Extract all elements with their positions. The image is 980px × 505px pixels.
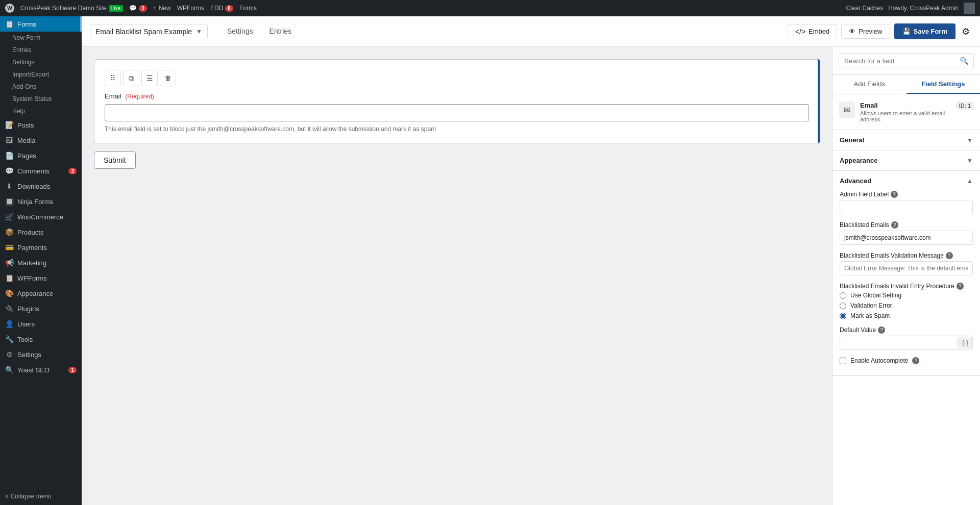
collapse-menu[interactable]: « Collapse menu bbox=[0, 488, 82, 505]
appearance-accordion: Appearance ▼ bbox=[832, 150, 980, 171]
admin-field-label-input[interactable] bbox=[840, 200, 973, 214]
default-value-suffix-btn[interactable]: {-} bbox=[958, 337, 972, 348]
sidebar-item-comments[interactable]: 💬 Comments 3 bbox=[0, 163, 82, 179]
sidebar-item-marketing[interactable]: 📢 Marketing bbox=[0, 255, 82, 270]
radio-validation-error[interactable]: Validation Error bbox=[840, 302, 973, 309]
options-icon: ☰ bbox=[146, 74, 153, 82]
sidebar-sub-new-form[interactable]: New Form bbox=[0, 32, 82, 44]
sidebar-item-tools[interactable]: 🔧 Tools bbox=[0, 332, 82, 347]
sidebar-item-pages[interactable]: 📄 Pages bbox=[0, 148, 82, 163]
form-title-dropdown[interactable]: Email Blacklist Spam Example ▼ bbox=[90, 24, 208, 39]
marketing-label: Marketing bbox=[17, 259, 46, 267]
sidebar-item-forms[interactable]: 📋 Forms bbox=[0, 16, 82, 32]
field-options-button[interactable]: ☰ bbox=[141, 70, 158, 86]
sidebar-item-products[interactable]: 📦 Products bbox=[0, 224, 82, 240]
invalid-entry-help-icon[interactable]: ? bbox=[957, 283, 964, 290]
enable-autocomplete-help-icon[interactable]: ? bbox=[912, 357, 919, 364]
radio-mark-as-spam[interactable]: Mark as Spam bbox=[840, 312, 973, 319]
submit-button[interactable]: Submit bbox=[94, 152, 136, 169]
sidebar-item-yoast[interactable]: 🔍 Yoast SEO 1 bbox=[0, 362, 82, 377]
sidebar-item-payments[interactable]: 💳 Payments bbox=[0, 240, 82, 255]
tools-label: Tools bbox=[17, 336, 33, 343]
downloads-label: Downloads bbox=[17, 183, 50, 190]
field-id-badge: ID: 1 bbox=[956, 102, 974, 110]
tab-entries[interactable]: Entries bbox=[261, 23, 300, 40]
default-value-input[interactable] bbox=[840, 336, 958, 349]
default-value-help-icon[interactable]: ? bbox=[878, 326, 885, 334]
live-badge: Live bbox=[109, 5, 123, 12]
sidebar-item-plugins[interactable]: 🔌 Plugins bbox=[0, 301, 82, 316]
radio-mark-spam-input[interactable] bbox=[840, 313, 846, 319]
tab-add-fields[interactable]: Add Fields bbox=[832, 75, 906, 94]
form-canvas: ⠿ ⧉ ☰ 🗑 Email (Requi bbox=[82, 47, 832, 505]
tab-field-settings[interactable]: Field Settings bbox=[906, 75, 981, 94]
posts-label: Posts bbox=[17, 121, 34, 129]
site-name-item[interactable]: CrossPeak Software Demo Site Live bbox=[20, 5, 123, 12]
forms-item[interactable]: Forms bbox=[239, 5, 257, 12]
yoast-icon: 🔍 bbox=[5, 366, 13, 374]
sidebar-sub-settings[interactable]: Settings bbox=[0, 56, 82, 68]
blacklisted-emails-input[interactable] bbox=[840, 231, 973, 245]
sidebar-item-media[interactable]: 🖼 Media bbox=[0, 133, 82, 148]
new-item[interactable]: + New bbox=[153, 5, 171, 12]
sidebar-item-users[interactable]: 👤 Users bbox=[0, 316, 82, 332]
yoast-badge: 1 bbox=[68, 367, 77, 373]
advanced-label: Advanced bbox=[840, 177, 871, 185]
sidebar-item-posts[interactable]: 📝 Posts bbox=[0, 117, 82, 133]
site-name: CrossPeak Software Demo Site bbox=[20, 5, 107, 12]
comments-icon: 💬 bbox=[129, 5, 137, 12]
appearance-accordion-header[interactable]: Appearance ▼ bbox=[832, 150, 980, 170]
general-accordion-header[interactable]: General ▼ bbox=[832, 130, 980, 150]
sidebar-item-settings[interactable]: ⚙ Settings bbox=[0, 347, 82, 362]
blacklisted-emails-help-icon[interactable]: ? bbox=[891, 221, 898, 229]
sidebar-item-wpforms[interactable]: 📋 WPForms bbox=[0, 270, 82, 286]
field-info-box: ✉ Email Allows users to enter a valid em… bbox=[832, 94, 980, 130]
drag-handle-button[interactable]: ⠿ bbox=[105, 70, 121, 86]
clear-caches-link[interactable]: Clear Caches bbox=[846, 5, 883, 12]
sidebar-item-woocommerce[interactable]: 🛒 WooCommerce bbox=[0, 209, 82, 224]
wpforms-item[interactable]: WPForms bbox=[177, 5, 204, 12]
blacklisted-validation-help-icon[interactable]: ? bbox=[946, 252, 953, 259]
ninja-forms-label: Ninja Forms bbox=[17, 198, 53, 206]
tab-settings[interactable]: Settings bbox=[219, 23, 261, 40]
sidebar-sub-entries[interactable]: Entries bbox=[0, 44, 82, 56]
form-settings-gear-button[interactable]: ⚙ bbox=[960, 24, 972, 39]
enable-autocomplete-checkbox[interactable] bbox=[840, 358, 846, 364]
duplicate-field-button[interactable]: ⧉ bbox=[123, 70, 139, 86]
sidebar-item-ninja-forms[interactable]: 🔲 Ninja Forms bbox=[0, 194, 82, 209]
plugins-label: Plugins bbox=[17, 305, 39, 313]
radio-use-global-input[interactable] bbox=[840, 292, 846, 299]
advanced-accordion-header[interactable]: Advanced ▲ bbox=[832, 171, 980, 191]
sidebar-item-downloads[interactable]: ⬇ Downloads bbox=[0, 179, 82, 194]
sidebar-sub-add-ons[interactable]: Add-Ons bbox=[0, 81, 82, 93]
admin-field-help-icon[interactable]: ? bbox=[891, 191, 898, 198]
delete-field-button[interactable]: 🗑 bbox=[160, 70, 176, 86]
embed-button[interactable]: </> Embed bbox=[788, 24, 837, 39]
blacklisted-emails-group: Blacklisted Emails ? bbox=[840, 221, 973, 245]
sidebar-item-appearance[interactable]: 🎨 Appearance bbox=[0, 286, 82, 301]
wpforms-icon: 📋 bbox=[5, 274, 13, 282]
users-label: Users bbox=[17, 320, 35, 328]
form-editor-body: ⠿ ⧉ ☰ 🗑 Email (Requi bbox=[82, 47, 980, 505]
comments-count: 3 bbox=[139, 5, 147, 12]
woocommerce-label: WooCommerce bbox=[17, 213, 63, 221]
search-field-input[interactable] bbox=[844, 57, 960, 65]
radio-validation-error-input[interactable] bbox=[840, 302, 846, 309]
wp-logo-item[interactable]: W bbox=[5, 4, 14, 13]
trash-icon: 🗑 bbox=[164, 74, 172, 82]
blacklisted-validation-input[interactable] bbox=[840, 261, 973, 275]
radio-use-global[interactable]: Use Global Setting bbox=[840, 292, 973, 299]
plugins-icon: 🔌 bbox=[5, 305, 13, 313]
preview-button[interactable]: 👁 Preview bbox=[841, 24, 890, 39]
sidebar-sub-import-export[interactable]: Import/Export bbox=[0, 68, 82, 81]
email-field-input[interactable] bbox=[105, 104, 809, 121]
sidebar-sub-system-status[interactable]: System Status bbox=[0, 93, 82, 105]
default-value-label: Default Value ? bbox=[840, 326, 973, 334]
sidebar-sub-help[interactable]: Help bbox=[0, 105, 82, 117]
save-form-button[interactable]: 💾 Save Form bbox=[894, 23, 955, 39]
invalid-entry-group: Blacklisted Emails Invalid Entry Procedu… bbox=[840, 283, 973, 319]
pages-label: Pages bbox=[17, 152, 36, 160]
settings-label: Settings bbox=[17, 351, 41, 359]
edd-item[interactable]: EDD 8 bbox=[210, 5, 233, 12]
comments-item[interactable]: 💬 3 bbox=[129, 5, 147, 12]
